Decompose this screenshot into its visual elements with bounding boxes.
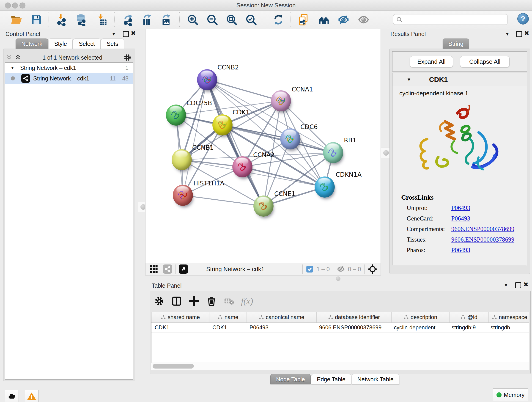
table-panel-close-button[interactable]: ✖ — [523, 281, 529, 288]
uniprot-link[interactable]: P06493 — [451, 204, 470, 211]
copy-network-button[interactable] — [297, 13, 311, 27]
selected-checkbox[interactable] — [306, 265, 314, 273]
show-all-panels-button[interactable] — [317, 13, 331, 27]
network-node-cdkn1a[interactable] — [315, 177, 335, 198]
network-collection-row[interactable]: ▼ String Network – cdk1 1 — [5, 63, 133, 73]
network-edge[interactable] — [183, 195, 264, 206]
hidden-eye-icon[interactable] — [336, 264, 346, 274]
zoom-selected-button[interactable] — [244, 13, 258, 27]
horizontal-splitter-grip[interactable] — [336, 276, 341, 281]
table-settings-gear-icon[interactable] — [154, 296, 165, 306]
memory-status-button[interactable]: Memory — [493, 389, 528, 401]
genecard-link[interactable]: P06493 — [451, 215, 470, 222]
save-session-button[interactable] — [29, 13, 44, 27]
tab-node-table[interactable]: Node Table — [270, 374, 311, 384]
node-label-cdc25b: CDC25B — [186, 99, 212, 107]
result-entry-header[interactable]: ▼ CDK1 — [393, 73, 527, 86]
collapse-all-button[interactable]: Collapse All — [460, 56, 510, 67]
network-edge[interactable] — [207, 80, 264, 206]
column-header-database-identifier[interactable]: database identifier — [317, 312, 392, 322]
network-node-ccnb2[interactable] — [197, 69, 217, 90]
column-header-namespace[interactable]: namespace — [489, 312, 529, 322]
import-table-file-button[interactable] — [94, 13, 109, 27]
tab-string[interactable]: String — [443, 38, 469, 49]
preview-network-button[interactable] — [356, 13, 371, 27]
export-table-button[interactable] — [141, 13, 155, 27]
grid-view-icon[interactable] — [149, 264, 158, 274]
compartments-link[interactable]: 9606.ENSP00000378699 — [451, 225, 514, 232]
import-network-file-button[interactable] — [55, 13, 69, 27]
tab-sets[interactable]: Sets — [101, 38, 124, 49]
network-node-ccne1[interactable] — [253, 196, 273, 217]
network-node-rb1[interactable] — [323, 142, 343, 163]
results-panel-close-button[interactable]: ✖ — [524, 30, 530, 36]
column-header-name[interactable]: name — [209, 312, 247, 322]
search-input[interactable] — [393, 14, 508, 25]
table-horizontal-scrollbar[interactable] — [151, 363, 529, 370]
refresh-view-button[interactable] — [271, 13, 285, 27]
table-row[interactable]: CDK1CDK1P064939606.ENSP00000378699cyclin… — [152, 323, 529, 332]
share-view-icon[interactable] — [163, 264, 172, 274]
export-image-button[interactable] — [160, 13, 174, 27]
add-column-plus-icon[interactable] — [189, 296, 199, 306]
tab-style[interactable]: Style — [49, 38, 73, 49]
toolbar-separator — [114, 12, 114, 27]
expand-all-chevron-icon[interactable] — [14, 54, 22, 61]
toolbar-separator — [291, 12, 291, 27]
results-panel-float-button[interactable] — [516, 31, 522, 37]
network-node-cdc25b[interactable] — [166, 104, 186, 126]
crosslink-label: Compartments: — [407, 224, 450, 234]
tissues-link[interactable]: 9606.ENSP00000378699 — [451, 236, 514, 243]
tab-select[interactable]: Select — [73, 38, 100, 49]
delete-table-icon[interactable] — [224, 296, 234, 306]
zoom-out-button[interactable] — [205, 13, 219, 27]
expand-all-button[interactable]: Expand All — [410, 56, 453, 67]
entry-collapse-triangle-icon[interactable]: ▼ — [407, 77, 411, 82]
export-network-button[interactable] — [121, 13, 135, 27]
tree-expand-triangle-icon[interactable]: ▼ — [10, 65, 15, 70]
cloud-status-button[interactable] — [5, 390, 19, 402]
export-view-icon[interactable] — [179, 264, 188, 274]
network-node-ccna1[interactable] — [271, 90, 291, 111]
table-body: CDK1CDK1P064939606.ENSP00000378699cyclin… — [152, 323, 529, 332]
apply-function-fx-button[interactable]: f(x) — [241, 296, 253, 306]
help-button[interactable]: ? — [517, 13, 529, 25]
zoom-fit-button[interactable] — [225, 13, 239, 27]
collapse-all-chevron-icon[interactable] — [6, 54, 13, 61]
crosslink-row: GeneCard: P06493 — [407, 213, 527, 224]
table-panel-collapse-button[interactable]: ▼ — [504, 282, 508, 288]
zoom-in-button[interactable] — [186, 13, 200, 27]
network-node-cdk1[interactable] — [212, 114, 233, 135]
warning-status-button[interactable] — [25, 390, 38, 402]
network-node-ccnb1[interactable] — [172, 149, 192, 170]
control-panel-float-button[interactable] — [123, 31, 129, 37]
column-header-description[interactable]: description — [392, 312, 450, 322]
results-panel-collapse-button[interactable]: ▼ — [505, 31, 510, 37]
refresh-icon — [272, 14, 284, 26]
hide-all-panels-button[interactable] — [336, 13, 351, 27]
delete-column-trash-icon[interactable] — [206, 296, 217, 306]
network-canvas[interactable]: CCNB2CCNA1CDC25BCDK1CDC6RB1CCNB1CCNA2CDK… — [145, 29, 381, 263]
network-row-selected[interactable]: String Network – cdk1 11 48 — [5, 73, 133, 84]
column-header--id[interactable]: @id — [450, 312, 489, 322]
pharos-link[interactable]: P06493 — [451, 247, 470, 254]
control-panel-collapse-button[interactable]: ▼ — [111, 31, 116, 37]
open-session-button[interactable] — [9, 13, 23, 27]
birdseye-icon[interactable] — [368, 264, 377, 274]
network-node-ccna2[interactable] — [232, 156, 253, 177]
scrollbar-thumb[interactable] — [152, 364, 194, 369]
import-network-database-button[interactable] — [74, 13, 89, 27]
tab-network[interactable]: Network — [16, 38, 48, 49]
network-edge[interactable] — [183, 80, 207, 195]
table-panel-float-button[interactable] — [515, 282, 521, 288]
crosslink-row: Compartments: 9606.ENSP00000378699 — [407, 224, 527, 234]
tab-edge-table[interactable]: Edge Table — [311, 374, 351, 384]
column-header-shared-name[interactable]: shared name — [152, 312, 209, 322]
control-panel-close-button[interactable]: ✖ — [131, 30, 136, 36]
network-node-cdc6[interactable] — [280, 128, 300, 149]
tab-network-table[interactable]: Network Table — [352, 374, 399, 384]
split-panel-icon[interactable] — [171, 296, 182, 306]
column-header-canonical-name[interactable]: canonical name — [247, 312, 317, 322]
network-node-hist1h1a[interactable] — [173, 185, 193, 206]
network-options-gear-icon[interactable] — [123, 53, 132, 62]
